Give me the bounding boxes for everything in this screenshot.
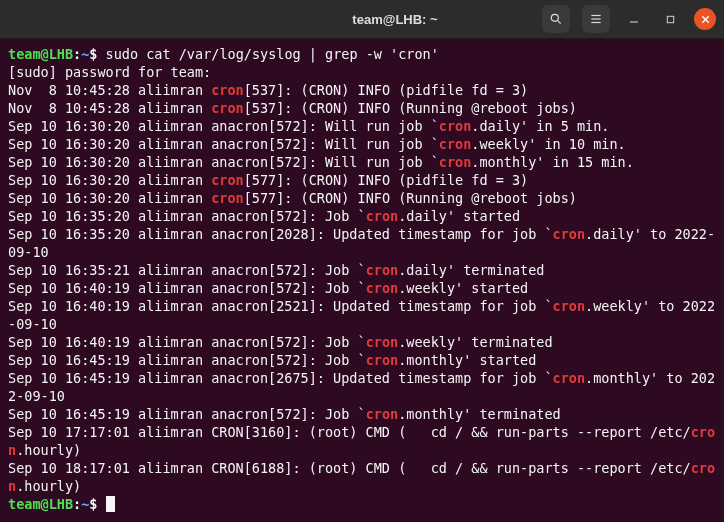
- final-prompt-line: team@LHB:~$: [8, 495, 716, 513]
- log-text-post: .monthly' started: [398, 352, 536, 368]
- log-line: Sep 10 16:45:19 aliimran anacron[572]: J…: [8, 405, 716, 423]
- grep-highlight: cron: [553, 226, 586, 242]
- log-text-pre: Sep 10 16:30:20 aliimran anacron[572]: W…: [8, 154, 439, 170]
- log-line: Sep 10 16:30:20 aliimran cron[577]: (CRO…: [8, 171, 716, 189]
- log-text-pre: Sep 10 16:30:20 aliimran: [8, 172, 211, 188]
- log-line: Sep 10 18:17:01 aliimran CRON[6188]: (ro…: [8, 459, 716, 495]
- log-text-pre: Sep 10 16:35:20 aliimran anacron[2028]: …: [8, 226, 553, 242]
- window-controls: [542, 5, 716, 33]
- log-text-post: .hourly): [16, 442, 81, 458]
- log-text-pre: Sep 10 16:45:19 aliimran anacron[572]: J…: [8, 406, 366, 422]
- log-line: Sep 10 16:35:21 aliimran anacron[572]: J…: [8, 261, 716, 279]
- prompt-user-host: team@LHB: [8, 46, 73, 62]
- log-text-pre: Sep 10 16:35:21 aliimran anacron[572]: J…: [8, 262, 366, 278]
- prompt-symbol: $: [89, 46, 97, 62]
- log-text-post: .weekly' terminated: [398, 334, 552, 350]
- sudo-prompt: [sudo] password for team:: [8, 63, 716, 81]
- log-text-pre: Sep 10 17:17:01 aliimran CRON[3160]: (ro…: [8, 424, 691, 440]
- grep-highlight: cron: [366, 280, 399, 296]
- log-output: Nov 8 10:45:28 aliimran cron[537]: (CRON…: [8, 81, 716, 495]
- log-text-pre: Nov 8 10:45:28 aliimran: [8, 100, 211, 116]
- log-text-post: .hourly): [16, 478, 81, 494]
- log-line: Sep 10 16:40:19 aliimran anacron[2521]: …: [8, 297, 716, 333]
- log-line: Sep 10 16:30:20 aliimran anacron[572]: W…: [8, 117, 716, 135]
- log-text-pre: Sep 10 16:35:20 aliimran anacron[572]: J…: [8, 208, 366, 224]
- log-text-post: .daily' started: [398, 208, 520, 224]
- log-line: Sep 10 16:35:20 aliimran anacron[572]: J…: [8, 207, 716, 225]
- log-text-post: [577]: (CRON) INFO (pidfile fd = 3): [244, 172, 528, 188]
- minimize-icon: [628, 13, 640, 25]
- maximize-button[interactable]: [658, 7, 682, 31]
- log-text-post: .monthly' terminated: [398, 406, 561, 422]
- log-text-pre: Sep 10 16:30:20 aliimran: [8, 190, 211, 206]
- log-text-post: .monthly' in 15 min.: [471, 154, 634, 170]
- menu-button[interactable]: [582, 5, 610, 33]
- log-text-post: .weekly' in 10 min.: [471, 136, 625, 152]
- log-line: Sep 10 16:30:20 aliimran anacron[572]: W…: [8, 135, 716, 153]
- window-titlebar: team@LHB: ~: [0, 0, 724, 39]
- log-line: Sep 10 16:30:20 aliimran anacron[572]: W…: [8, 153, 716, 171]
- svg-line-1: [557, 20, 560, 23]
- grep-highlight: cron: [553, 370, 586, 386]
- entered-command: sudo cat /var/log/syslog | grep -w 'cron…: [106, 46, 439, 62]
- log-text-pre: Sep 10 16:45:19 aliimran anacron[2675]: …: [8, 370, 553, 386]
- grep-highlight: cron: [211, 82, 244, 98]
- log-text-post: [537]: (CRON) INFO (pidfile fd = 3): [244, 82, 528, 98]
- log-line: Sep 10 16:45:19 aliimran anacron[2675]: …: [8, 369, 716, 405]
- log-text-post: .daily' terminated: [398, 262, 544, 278]
- grep-highlight: cron: [439, 118, 472, 134]
- grep-highlight: cron: [211, 172, 244, 188]
- log-text-post: [577]: (CRON) INFO (Running @reboot jobs…: [244, 190, 577, 206]
- svg-point-0: [551, 14, 558, 21]
- log-text-pre: Sep 10 16:40:19 aliimran anacron[572]: J…: [8, 280, 366, 296]
- grep-highlight: cron: [439, 136, 472, 152]
- grep-highlight: cron: [366, 406, 399, 422]
- grep-highlight: cron: [211, 100, 244, 116]
- svg-rect-6: [667, 16, 673, 22]
- search-button[interactable]: [542, 5, 570, 33]
- terminal-body[interactable]: team@LHB:~$ sudo cat /var/log/syslog | g…: [0, 39, 724, 522]
- log-line: Sep 10 16:40:19 aliimran anacron[572]: J…: [8, 333, 716, 351]
- minimize-button[interactable]: [622, 7, 646, 31]
- log-line: Sep 10 16:45:19 aliimran anacron[572]: J…: [8, 351, 716, 369]
- log-line: Sep 10 16:35:20 aliimran anacron[2028]: …: [8, 225, 716, 261]
- grep-highlight: cron: [366, 352, 399, 368]
- log-line: Sep 10 16:30:20 aliimran cron[577]: (CRO…: [8, 189, 716, 207]
- log-text-pre: Sep 10 16:30:20 aliimran anacron[572]: W…: [8, 118, 439, 134]
- log-line: Sep 10 17:17:01 aliimran CRON[3160]: (ro…: [8, 423, 716, 459]
- log-text-pre: Nov 8 10:45:28 aliimran: [8, 82, 211, 98]
- log-text-post: .daily' in 5 min.: [471, 118, 609, 134]
- prompt-line: team@LHB:~$ sudo cat /var/log/syslog | g…: [8, 45, 716, 63]
- log-text-post: [537]: (CRON) INFO (Running @reboot jobs…: [244, 100, 577, 116]
- maximize-icon: [665, 14, 676, 25]
- close-icon: [700, 14, 711, 25]
- log-line: Nov 8 10:45:28 aliimran cron[537]: (CRON…: [8, 99, 716, 117]
- window-title: team@LHB: ~: [248, 12, 542, 27]
- grep-highlight: cron: [366, 208, 399, 224]
- log-text-pre: Sep 10 16:40:19 aliimran anacron[572]: J…: [8, 334, 366, 350]
- grep-highlight: cron: [211, 190, 244, 206]
- hamburger-icon: [589, 12, 603, 26]
- log-line: Sep 10 16:40:19 aliimran anacron[572]: J…: [8, 279, 716, 297]
- grep-highlight: cron: [439, 154, 472, 170]
- grep-highlight: cron: [366, 262, 399, 278]
- cursor: [106, 496, 115, 512]
- log-text-pre: Sep 10 16:30:20 aliimran anacron[572]: W…: [8, 136, 439, 152]
- search-icon: [549, 12, 563, 26]
- log-line: Nov 8 10:45:28 aliimran cron[537]: (CRON…: [8, 81, 716, 99]
- grep-highlight: cron: [366, 334, 399, 350]
- log-text-pre: Sep 10 16:40:19 aliimran anacron[2521]: …: [8, 298, 553, 314]
- grep-highlight: cron: [553, 298, 586, 314]
- close-button[interactable]: [694, 8, 716, 30]
- log-text-pre: Sep 10 16:45:19 aliimran anacron[572]: J…: [8, 352, 366, 368]
- log-text-post: .weekly' started: [398, 280, 528, 296]
- log-text-pre: Sep 10 18:17:01 aliimran CRON[6188]: (ro…: [8, 460, 691, 476]
